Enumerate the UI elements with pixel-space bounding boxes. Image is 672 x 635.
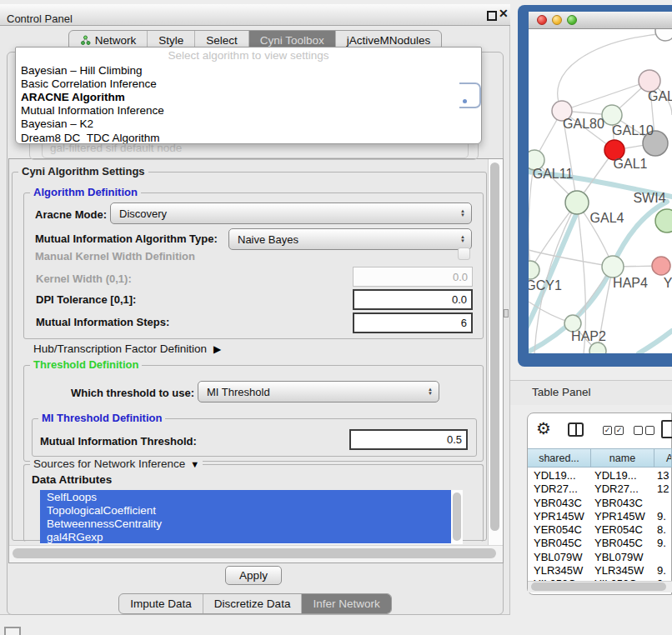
mi-steps-value: 6 (461, 317, 467, 329)
zoom-traffic-light-icon[interactable] (567, 15, 577, 25)
attribute-item-betweennesscentrality[interactable]: BetweennessCentrality (40, 517, 463, 530)
vertical-scrollbar-thumb[interactable] (490, 162, 499, 531)
network-node-hap4[interactable] (602, 256, 624, 278)
network-node-gcy1[interactable] (529, 261, 539, 279)
cell: 9. (657, 564, 666, 577)
minimize-traffic-light-icon[interactable] (552, 15, 562, 25)
network-window-titlebar[interactable] (529, 12, 672, 29)
hub-definition-label: Hub/Transcription Factor Definition (33, 342, 207, 355)
columns-icon[interactable] (568, 422, 584, 437)
attribute-item-topologicalcoefficient[interactable]: TopologicalCoefficient (40, 503, 463, 517)
data-attributes-list[interactable]: SelfLoopsTopologicalCoefficientBetweenne… (40, 490, 463, 544)
apply-button[interactable]: Apply (225, 566, 282, 585)
dpi-tolerance-field[interactable]: 0.0 (353, 289, 473, 310)
bottom-tab-row: Impute DataDiscretize DataInfer Network (0, 593, 510, 614)
algorithm-option-basic-correlation-inference[interactable]: Basic Correlation Inference (16, 77, 481, 90)
table-row[interactable]: YLR345WYLR345W9. (528, 563, 672, 577)
bottom-tabbar: Impute DataDiscretize DataInfer Network (118, 593, 391, 614)
tab-label: Select (206, 34, 238, 47)
kernel-width-label: Kernel Width (0,1): (36, 272, 132, 285)
sources-title-toggle[interactable]: Sources for Network Inference▼ (30, 458, 203, 470)
network-edge[interactable] (562, 81, 649, 111)
hub-definition-toggle[interactable]: Hub/Transcription Factor Definition▶ (33, 342, 221, 355)
dpi-tolerance-value: 0.0 (452, 293, 467, 306)
expand-arrow-icon[interactable]: ▶ (213, 343, 221, 355)
algorithm-option-dream8-dc-tdc-algorithm[interactable]: Dream8 DC_TDC Algorithm (16, 131, 481, 144)
table-row[interactable]: YER054CYER054C8. (528, 522, 672, 536)
tab-infer-network[interactable]: Infer Network (301, 594, 390, 613)
float-window-icon[interactable] (487, 11, 497, 21)
mi-threshold-field[interactable]: 0.5 (349, 429, 468, 450)
cell: YDL19... (534, 469, 576, 482)
network-node-unlabeled[interactable] (589, 342, 606, 353)
data-attributes-label: Data Attributes (32, 473, 112, 486)
network-node-unlabeled[interactable] (655, 29, 672, 41)
close-icon[interactable]: ✕ (499, 8, 509, 19)
table-row[interactable]: YBL079WYBL079W (528, 550, 672, 563)
tab-label: Cyni Toolbox (260, 34, 324, 47)
cell: 8. (657, 523, 666, 536)
node-label-gal10: GAL10 (612, 123, 654, 138)
tab-discretize-data[interactable]: Discretize Data (203, 594, 302, 613)
threshold-definition-title: Threshold Definition (30, 358, 142, 371)
cell: YBR043C (594, 497, 643, 509)
aracne-mode-value: Discovery (119, 208, 167, 220)
table-horizontal-scrollbar-thumb[interactable] (531, 582, 666, 591)
select-all-icon[interactable]: ✓ (603, 426, 612, 435)
table-row[interactable]: YPR145WYPR145W9. (528, 509, 672, 522)
cyni-algorithm-settings-title: Cyni Algorithm Settings (18, 165, 148, 178)
column-header-name[interactable]: name (591, 449, 654, 467)
manual-kernel-width-checkbox[interactable] (458, 248, 470, 260)
close-traffic-light-icon[interactable] (537, 15, 547, 25)
mi-algorithm-type-select[interactable]: Naive Bayes ▲▼ (228, 228, 472, 250)
combo-focus-fragment (459, 82, 481, 108)
mi-steps-field[interactable]: 6 (353, 312, 473, 333)
column-header-a[interactable]: A (654, 449, 672, 467)
attribute-item-gal4rgexp[interactable]: gal4RGexp (40, 530, 463, 543)
gear-icon[interactable]: ⚙ (536, 419, 551, 438)
splitter-handle-icon[interactable] (504, 309, 509, 318)
column-header-shared[interactable]: shared... (528, 449, 591, 467)
node-label-y: Y (664, 276, 672, 290)
node-label-gal: GAL (648, 89, 672, 103)
table-header-row: shared...nameA (528, 448, 672, 468)
network-node-swi4[interactable] (655, 209, 672, 232)
network-graph[interactable]: GALGAL80GAL10GAL1GAL11GAL4SWI4GCY1HAP4YH… (529, 29, 672, 353)
network-icon (80, 35, 91, 46)
network-canvas[interactable]: GALGAL80GAL10GAL1GAL11GAL4SWI4GCY1HAP4YH… (529, 29, 672, 353)
document-icon[interactable] (661, 420, 672, 438)
deselect-all-icon[interactable] (645, 426, 654, 435)
cell: YBR045C (594, 537, 643, 549)
horizontal-scrollbar-thumb[interactable] (13, 548, 496, 558)
node-label-swi4: SWI4 (633, 191, 665, 205)
bottom-left-button-fragment[interactable] (4, 627, 21, 635)
network-edge[interactable] (530, 202, 577, 270)
network-node-y[interactable] (652, 257, 670, 275)
node-label-hap4: HAP4 (613, 276, 648, 290)
table-row[interactable]: YBR043CYBR043C (528, 496, 672, 509)
table-row[interactable]: YBR045CYBR045C9. (528, 536, 672, 549)
table-row[interactable]: YDR27...YDR27...12 (528, 482, 672, 495)
node-label-hap2: HAP2 (571, 329, 606, 343)
collapse-arrow-icon[interactable]: ▼ (190, 459, 199, 469)
which-threshold-select[interactable]: MI Threshold ▲▼ (198, 381, 439, 402)
aracne-mode-select[interactable]: Discovery ▲▼ (110, 202, 472, 224)
algorithm-option-aracne-algorithm[interactable]: ARACNE Algorithm (16, 90, 481, 103)
network-edge-thick[interactable] (639, 331, 672, 353)
network-node-gal4[interactable] (565, 191, 589, 214)
algorithm-dropdown-popup: Select algorithm to view settings Bayesi… (15, 47, 482, 144)
which-threshold-label: Which threshold to use: (71, 387, 194, 399)
tab-impute-data[interactable]: Impute Data (119, 594, 203, 613)
cell: YER054C (594, 523, 643, 536)
attributes-scrollbar-thumb[interactable] (453, 492, 461, 541)
kernel-width-field[interactable]: 0.0 (353, 267, 473, 287)
attribute-item-selfloops[interactable]: SelfLoops (40, 490, 463, 503)
algorithm-option-bayesian-k2[interactable]: Bayesian – K2 (16, 118, 481, 131)
select-all-icon[interactable]: ✓ (614, 426, 624, 435)
deselect-all-icon[interactable] (634, 426, 643, 435)
algorithm-option-mutual-information-inference[interactable]: Mutual Information Inference (16, 104, 481, 118)
algorithm-option-bayesian-hill-climbing[interactable]: Bayesian – Hill Climbing (16, 63, 481, 77)
node-label-gal4: GAL4 (590, 211, 624, 225)
table-row[interactable]: YDL19...YDL19...13 (528, 468, 672, 482)
network-node-gal10[interactable] (602, 105, 622, 125)
